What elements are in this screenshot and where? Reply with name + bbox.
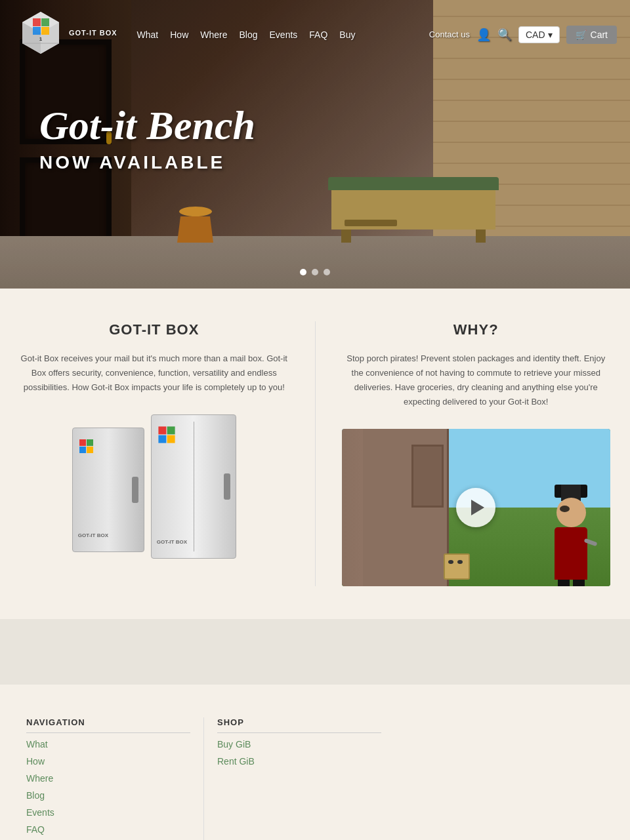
box-unit-small: GOT-IT BOX bbox=[72, 428, 144, 552]
why-col: WHY? Stop porch pirates! Prevent stolen … bbox=[342, 321, 611, 586]
footer-shop-item: Rent GiB bbox=[217, 755, 381, 767]
hero-dots bbox=[300, 269, 330, 275]
nav-buy[interactable]: Buy bbox=[339, 30, 355, 40]
main-content: GOT-IT BOX Got-it Box receives your mail… bbox=[0, 289, 630, 619]
pirate-leg-left bbox=[558, 580, 570, 586]
svg-rect-11 bbox=[87, 439, 93, 446]
box-label-small: GOT-IT BOX bbox=[78, 532, 108, 538]
svg-rect-14 bbox=[158, 427, 166, 435]
box-handle-large bbox=[224, 473, 230, 500]
column-divider bbox=[315, 321, 316, 586]
search-icon[interactable]: 🔍 bbox=[497, 28, 512, 42]
footer-link-events[interactable]: Events bbox=[26, 807, 54, 818]
svg-rect-4 bbox=[33, 18, 41, 26]
box-face bbox=[445, 555, 469, 569]
box-unit-large: GOT-IT BOX bbox=[151, 414, 236, 559]
logo-area[interactable]: 1 GOT-IT BOX bbox=[13, 7, 117, 62]
svg-rect-5 bbox=[41, 18, 49, 26]
footer-link-rent-gib[interactable]: Rent GiB bbox=[217, 756, 255, 767]
play-triangle-icon bbox=[471, 500, 484, 515]
video-thumbnail[interactable] bbox=[342, 429, 611, 586]
footer-columns: NAVIGATION What How Where Blog Events FA… bbox=[26, 717, 604, 840]
footer-nav-title: NAVIGATION bbox=[26, 717, 190, 733]
box-eye-right bbox=[457, 560, 463, 564]
box-logo-large bbox=[157, 425, 177, 445]
pirate-legs bbox=[545, 580, 597, 586]
nav-how[interactable]: How bbox=[170, 30, 188, 40]
hero-title: Got-it Bench bbox=[39, 105, 255, 146]
footer-link-blog[interactable]: Blog bbox=[26, 790, 45, 801]
nav-where[interactable]: Where bbox=[200, 30, 227, 40]
contact-us-link[interactable]: Contact us bbox=[429, 30, 470, 39]
svg-rect-13 bbox=[87, 447, 93, 453]
user-icon[interactable]: 👤 bbox=[476, 28, 491, 42]
footer-link-how[interactable]: How bbox=[26, 756, 45, 767]
pirate-head bbox=[556, 498, 586, 527]
pirate-hat bbox=[555, 485, 587, 498]
nav-blog[interactable]: Blog bbox=[240, 30, 258, 40]
main-nav: What How Where Blog Events FAQ Buy bbox=[137, 30, 429, 40]
box-product-image: GOT-IT BOX GOT-IT BOX bbox=[72, 414, 236, 565]
footer-divider bbox=[203, 717, 204, 840]
footer-shop-title: SHOP bbox=[217, 717, 381, 733]
video-box-character bbox=[444, 553, 470, 580]
hero-text-block: Got-it Bench NOW AVAILABLE bbox=[39, 105, 255, 173]
pirate-character bbox=[545, 494, 597, 586]
svg-rect-6 bbox=[33, 27, 41, 35]
hero-dot-2[interactable] bbox=[312, 269, 318, 275]
nav-events[interactable]: Events bbox=[270, 30, 298, 40]
pirate-body bbox=[555, 527, 587, 580]
video-door-area bbox=[342, 429, 450, 586]
logo-text: GOT-IT BOX bbox=[69, 29, 117, 37]
footer-nav-item: Where bbox=[26, 772, 190, 784]
nav-what[interactable]: What bbox=[137, 30, 159, 40]
footer-nav: NAVIGATION What How Where Blog Events FA… bbox=[0, 685, 630, 840]
footer-link-buy-gib[interactable]: Buy GiB bbox=[217, 739, 251, 750]
play-button[interactable] bbox=[456, 488, 495, 527]
footer-nav-col: NAVIGATION What How Where Blog Events FA… bbox=[26, 717, 190, 840]
hero-dot-1[interactable] bbox=[300, 269, 306, 275]
chevron-down-icon: ▾ bbox=[548, 30, 553, 40]
footer-shop-list: Buy GiB Rent GiB bbox=[217, 738, 381, 767]
svg-rect-12 bbox=[79, 447, 86, 453]
why-title: WHY? bbox=[342, 321, 611, 338]
footer-nav-item: How bbox=[26, 755, 190, 767]
svg-text:1: 1 bbox=[39, 36, 43, 42]
footer-nav-list: What How Where Blog Events FAQ Buy Conta… bbox=[26, 738, 190, 840]
currency-selector[interactable]: CAD ▾ bbox=[518, 26, 560, 43]
why-text: Stop porch pirates! Prevent stolen packa… bbox=[342, 351, 611, 409]
footer-link-where[interactable]: Where bbox=[26, 773, 53, 784]
footer-link-what[interactable]: What bbox=[26, 739, 48, 750]
got-it-box-text: Got-it Box receives your mail but it's m… bbox=[20, 351, 289, 395]
footer-nav-item: FAQ bbox=[26, 824, 190, 835]
got-it-box-col: GOT-IT BOX Got-it Box receives your mail… bbox=[20, 321, 289, 586]
spacer-section bbox=[0, 619, 630, 685]
site-header: 1 GOT-IT BOX What How Where Blog Events … bbox=[0, 0, 630, 69]
cart-button[interactable]: 🛒 Cart bbox=[566, 26, 617, 44]
pirate-leg-right bbox=[573, 580, 585, 586]
cart-icon: 🛒 bbox=[576, 30, 587, 40]
footer-shop-item: Buy GiB bbox=[217, 738, 381, 750]
footer-shop-col: SHOP Buy GiB Rent GiB bbox=[217, 717, 381, 840]
footer-nav-item: What bbox=[26, 738, 190, 750]
svg-rect-7 bbox=[41, 27, 49, 35]
hero-subtitle: NOW AVAILABLE bbox=[39, 152, 255, 173]
footer-link-faq[interactable]: FAQ bbox=[26, 824, 45, 835]
header-right: Contact us 👤 🔍 CAD ▾ 🛒 Cart bbox=[429, 26, 617, 44]
box-door-line bbox=[194, 422, 194, 551]
svg-rect-15 bbox=[167, 427, 175, 435]
pirate-hook bbox=[584, 538, 598, 546]
hero-dot-3[interactable] bbox=[324, 269, 330, 275]
nav-faq[interactable]: FAQ bbox=[309, 30, 327, 40]
footer-nav-item: Events bbox=[26, 807, 190, 818]
box-label-large: GOT-IT BOX bbox=[157, 539, 187, 545]
box-handle-small bbox=[132, 477, 138, 503]
two-column-section: GOT-IT BOX Got-it Box receives your mail… bbox=[20, 321, 610, 586]
svg-rect-17 bbox=[167, 435, 175, 443]
svg-rect-16 bbox=[158, 435, 166, 443]
got-it-box-title: GOT-IT BOX bbox=[20, 321, 289, 338]
eye-patch bbox=[560, 506, 570, 512]
box-eye-left bbox=[448, 560, 453, 564]
svg-rect-10 bbox=[79, 439, 86, 446]
footer-nav-item: Blog bbox=[26, 790, 190, 801]
